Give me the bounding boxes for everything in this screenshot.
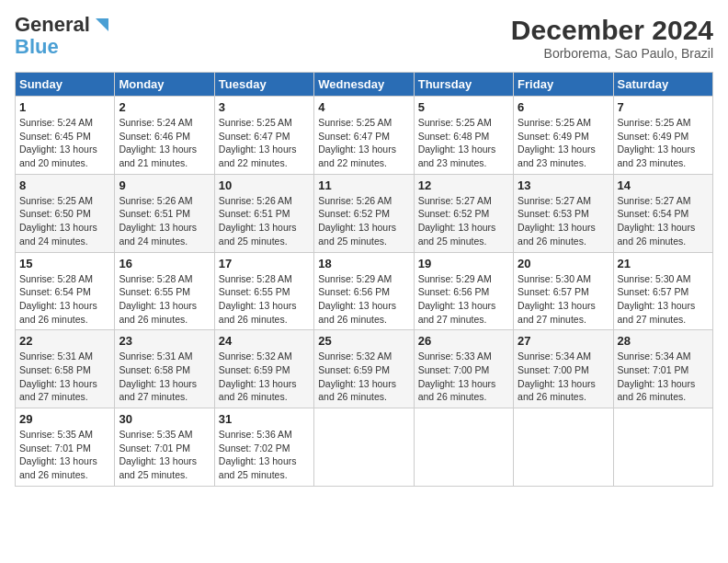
day-info: Sunrise: 5:31 AM Sunset: 6:58 PM Dayligh… [19, 350, 110, 404]
day-of-week-header: Thursday [414, 73, 513, 97]
calendar-day-cell [613, 408, 712, 487]
calendar-day-cell: 28Sunrise: 5:34 AM Sunset: 7:01 PM Dayli… [613, 330, 712, 408]
day-info: Sunrise: 5:25 AM Sunset: 6:50 PM Dayligh… [19, 194, 110, 248]
calendar-day-cell: 23Sunrise: 5:31 AM Sunset: 6:58 PM Dayli… [115, 330, 214, 408]
day-number: 27 [518, 334, 609, 348]
calendar-day-cell: 15Sunrise: 5:28 AM Sunset: 6:54 PM Dayli… [16, 252, 115, 330]
day-info: Sunrise: 5:25 AM Sunset: 6:49 PM Dayligh… [518, 116, 609, 170]
calendar-day-cell: 20Sunrise: 5:30 AM Sunset: 6:57 PM Dayli… [514, 252, 613, 330]
day-number: 26 [418, 334, 509, 348]
calendar-header-row: SundayMondayTuesdayWednesdayThursdayFrid… [16, 73, 713, 97]
day-number: 6 [518, 100, 609, 114]
day-number: 2 [119, 100, 210, 114]
day-info: Sunrise: 5:24 AM Sunset: 6:46 PM Dayligh… [119, 116, 210, 170]
calendar-week-row: 29Sunrise: 5:35 AM Sunset: 7:01 PM Dayli… [16, 408, 713, 487]
day-info: Sunrise: 5:25 AM Sunset: 6:47 PM Dayligh… [318, 116, 409, 170]
calendar-day-cell [514, 408, 613, 487]
svg-marker-0 [96, 18, 108, 31]
day-number: 30 [119, 412, 210, 426]
calendar-day-cell: 12Sunrise: 5:27 AM Sunset: 6:52 PM Dayli… [414, 174, 513, 252]
day-number: 15 [19, 257, 110, 270]
logo-text-general: General [15, 15, 90, 35]
calendar-day-cell: 10Sunrise: 5:26 AM Sunset: 6:51 PM Dayli… [214, 174, 313, 252]
calendar-day-cell: 13Sunrise: 5:27 AM Sunset: 6:53 PM Dayli… [514, 174, 613, 252]
day-info: Sunrise: 5:32 AM Sunset: 6:59 PM Dayligh… [219, 350, 310, 404]
calendar-day-cell: 1Sunrise: 5:24 AM Sunset: 6:45 PM Daylig… [16, 97, 115, 175]
day-info: Sunrise: 5:34 AM Sunset: 7:00 PM Dayligh… [518, 350, 609, 404]
calendar-day-cell [414, 408, 513, 487]
logo: General Blue [15, 15, 112, 59]
day-info: Sunrise: 5:29 AM Sunset: 6:56 PM Dayligh… [318, 272, 409, 327]
day-info: Sunrise: 5:35 AM Sunset: 7:01 PM Dayligh… [19, 428, 110, 482]
logo-arrow-icon [92, 15, 112, 35]
calendar-day-cell: 18Sunrise: 5:29 AM Sunset: 6:56 PM Dayli… [314, 252, 414, 330]
calendar-day-cell: 8Sunrise: 5:25 AM Sunset: 6:50 PM Daylig… [16, 174, 115, 252]
day-info: Sunrise: 5:31 AM Sunset: 6:58 PM Dayligh… [119, 350, 210, 404]
day-info: Sunrise: 5:29 AM Sunset: 6:56 PM Dayligh… [418, 272, 509, 327]
day-info: Sunrise: 5:27 AM Sunset: 6:54 PM Dayligh… [618, 194, 709, 248]
calendar-table: SundayMondayTuesdayWednesdayThursdayFrid… [15, 72, 713, 487]
calendar-day-cell: 24Sunrise: 5:32 AM Sunset: 6:59 PM Dayli… [214, 330, 313, 408]
calendar-day-cell: 31Sunrise: 5:36 AM Sunset: 7:02 PM Dayli… [214, 408, 313, 487]
calendar-day-cell: 22Sunrise: 5:31 AM Sunset: 6:58 PM Dayli… [16, 330, 115, 408]
day-info: Sunrise: 5:26 AM Sunset: 6:52 PM Dayligh… [318, 194, 409, 248]
calendar-day-cell: 25Sunrise: 5:32 AM Sunset: 6:59 PM Dayli… [314, 330, 414, 408]
day-number: 14 [618, 178, 709, 192]
calendar-day-cell: 5Sunrise: 5:25 AM Sunset: 6:48 PM Daylig… [414, 97, 513, 175]
day-number: 20 [518, 257, 609, 270]
calendar-day-cell: 2Sunrise: 5:24 AM Sunset: 6:46 PM Daylig… [115, 97, 214, 175]
calendar-week-row: 1Sunrise: 5:24 AM Sunset: 6:45 PM Daylig… [16, 97, 713, 175]
day-number: 7 [618, 100, 709, 114]
calendar-day-cell: 9Sunrise: 5:26 AM Sunset: 6:51 PM Daylig… [115, 174, 214, 252]
day-info: Sunrise: 5:27 AM Sunset: 6:52 PM Dayligh… [418, 194, 509, 248]
day-info: Sunrise: 5:27 AM Sunset: 6:53 PM Dayligh… [518, 194, 609, 248]
day-number: 22 [19, 334, 110, 348]
calendar-day-cell: 14Sunrise: 5:27 AM Sunset: 6:54 PM Dayli… [613, 174, 712, 252]
day-of-week-header: Saturday [613, 73, 712, 97]
logo-text-blue: Blue [15, 35, 59, 58]
calendar-day-cell: 27Sunrise: 5:34 AM Sunset: 7:00 PM Dayli… [514, 330, 613, 408]
day-number: 3 [219, 100, 310, 114]
day-number: 9 [119, 178, 210, 192]
day-number: 4 [318, 100, 409, 114]
day-info: Sunrise: 5:25 AM Sunset: 6:47 PM Dayligh… [219, 116, 310, 170]
day-info: Sunrise: 5:35 AM Sunset: 7:01 PM Dayligh… [119, 428, 210, 482]
calendar-subtitle: Borborema, Sao Paulo, Brazil [511, 46, 713, 61]
page-header: General Blue December 2024 Borborema, Sa… [15, 15, 713, 61]
day-info: Sunrise: 5:33 AM Sunset: 7:00 PM Dayligh… [418, 350, 509, 404]
calendar-day-cell: 17Sunrise: 5:28 AM Sunset: 6:55 PM Dayli… [214, 252, 313, 330]
day-info: Sunrise: 5:32 AM Sunset: 6:59 PM Dayligh… [318, 350, 409, 404]
day-info: Sunrise: 5:26 AM Sunset: 6:51 PM Dayligh… [119, 194, 210, 248]
day-number: 16 [119, 257, 210, 270]
day-of-week-header: Sunday [16, 73, 115, 97]
calendar-day-cell: 3Sunrise: 5:25 AM Sunset: 6:47 PM Daylig… [214, 97, 313, 175]
day-info: Sunrise: 5:28 AM Sunset: 6:55 PM Dayligh… [219, 272, 310, 327]
day-number: 24 [219, 334, 310, 348]
day-number: 28 [618, 334, 709, 348]
day-number: 23 [119, 334, 210, 348]
day-number: 18 [318, 257, 409, 270]
day-info: Sunrise: 5:28 AM Sunset: 6:55 PM Dayligh… [119, 272, 210, 327]
day-number: 11 [318, 178, 409, 192]
day-info: Sunrise: 5:36 AM Sunset: 7:02 PM Dayligh… [219, 428, 310, 482]
title-block: December 2024 Borborema, Sao Paulo, Braz… [511, 15, 713, 61]
calendar-day-cell: 7Sunrise: 5:25 AM Sunset: 6:49 PM Daylig… [613, 97, 712, 175]
day-number: 1 [19, 100, 110, 114]
calendar-day-cell: 4Sunrise: 5:25 AM Sunset: 6:47 PM Daylig… [314, 97, 414, 175]
day-of-week-header: Monday [115, 73, 214, 97]
day-number: 5 [418, 100, 509, 114]
day-number: 25 [318, 334, 409, 348]
day-number: 31 [219, 412, 310, 426]
calendar-week-row: 8Sunrise: 5:25 AM Sunset: 6:50 PM Daylig… [16, 174, 713, 252]
calendar-week-row: 22Sunrise: 5:31 AM Sunset: 6:58 PM Dayli… [16, 330, 713, 408]
calendar-day-cell: 29Sunrise: 5:35 AM Sunset: 7:01 PM Dayli… [16, 408, 115, 487]
day-info: Sunrise: 5:34 AM Sunset: 7:01 PM Dayligh… [618, 350, 709, 404]
day-info: Sunrise: 5:25 AM Sunset: 6:48 PM Dayligh… [418, 116, 509, 170]
day-info: Sunrise: 5:30 AM Sunset: 6:57 PM Dayligh… [518, 272, 609, 327]
calendar-day-cell: 19Sunrise: 5:29 AM Sunset: 6:56 PM Dayli… [414, 252, 513, 330]
calendar-day-cell [314, 408, 414, 487]
calendar-week-row: 15Sunrise: 5:28 AM Sunset: 6:54 PM Dayli… [16, 252, 713, 330]
calendar-day-cell: 30Sunrise: 5:35 AM Sunset: 7:01 PM Dayli… [115, 408, 214, 487]
day-of-week-header: Tuesday [214, 73, 313, 97]
calendar-day-cell: 26Sunrise: 5:33 AM Sunset: 7:00 PM Dayli… [414, 330, 513, 408]
